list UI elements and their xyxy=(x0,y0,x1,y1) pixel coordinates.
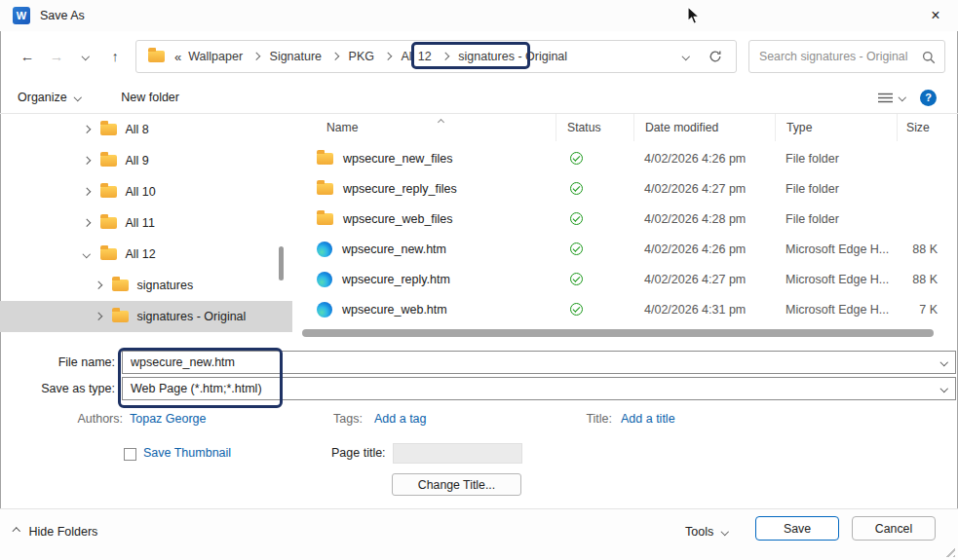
tree-item-label: All 11 xyxy=(126,216,155,230)
chevron-down-icon[interactable] xyxy=(939,358,947,366)
file-row[interactable]: wpsecure_reply.htm 4/02/2026 4:27 pm Mic… xyxy=(292,264,958,294)
tree-item[interactable]: All 11 xyxy=(0,207,292,239)
file-date-cell: 4/02/2026 4:26 pm xyxy=(633,152,775,166)
breadcrumb-separator-icon[interactable] xyxy=(252,53,260,60)
file-type-cell: Microsoft Edge H... xyxy=(775,303,897,317)
cancel-button[interactable]: Cancel xyxy=(852,516,936,541)
chevron-down-icon xyxy=(82,53,90,60)
breadcrumb-segment[interactable]: All 12 xyxy=(398,50,434,63)
add-title-link[interactable]: Add a title xyxy=(621,412,675,426)
up-button[interactable]: ↑ xyxy=(100,42,130,71)
tools-button[interactable]: Tools xyxy=(685,525,728,539)
folder-icon xyxy=(100,217,117,229)
organize-button[interactable]: Organize xyxy=(18,91,80,104)
sidebar-scrollbar-thumb[interactable] xyxy=(279,246,284,280)
file-row[interactable]: wpsecure_new.htm 4/02/2026 4:26 pm Micro… xyxy=(292,234,958,264)
tree-item[interactable]: All 9 xyxy=(0,145,292,176)
expand-chevron-icon[interactable] xyxy=(83,188,91,196)
column-header-type[interactable]: Type xyxy=(775,114,897,141)
file-type-icon xyxy=(317,153,333,165)
main-area: All 8 All 9 All 10 All 11 xyxy=(0,114,958,344)
file-size-cell: 88 K xyxy=(897,273,958,286)
add-tag-link[interactable]: Add a tag xyxy=(374,412,427,426)
close-button[interactable]: × xyxy=(913,0,958,31)
authors-value[interactable]: Topaz George xyxy=(130,412,207,426)
view-mode-button[interactable] xyxy=(878,92,905,104)
column-header-name[interactable]: Name xyxy=(292,114,556,141)
breadcrumb-overflow[interactable]: « xyxy=(174,50,181,64)
word-app-icon: W xyxy=(13,7,30,24)
change-title-button[interactable]: Change Title... xyxy=(392,473,521,496)
expand-chevron-icon[interactable] xyxy=(95,281,102,289)
save-as-type-select[interactable]: Web Page (*.htm;*.html) xyxy=(122,377,956,400)
save-button[interactable]: Save xyxy=(755,516,839,541)
folder-icon xyxy=(148,51,165,62)
file-name-cell: wpsecure_web_files xyxy=(292,212,556,226)
file-name-label: wpsecure_new.htm xyxy=(342,243,446,256)
file-list: Name Status Date modified Type Size wpse… xyxy=(292,114,958,344)
tree-item[interactable]: signatures xyxy=(0,270,292,301)
horizontal-scrollbar[interactable] xyxy=(302,329,934,337)
expand-chevron-icon[interactable] xyxy=(83,219,91,227)
address-dropdown-chevron[interactable] xyxy=(681,53,689,60)
tree-item[interactable]: signatures - Original xyxy=(0,301,292,332)
tree-item-label: All 12 xyxy=(126,247,156,261)
refresh-button[interactable] xyxy=(709,50,722,63)
expand-chevron-icon[interactable] xyxy=(83,126,91,133)
column-header-status[interactable]: Status xyxy=(556,114,633,141)
file-list-header: Name Status Date modified Type Size xyxy=(292,114,958,141)
file-name-cell: wpsecure_new_files xyxy=(292,152,556,166)
back-button[interactable]: ← xyxy=(13,42,42,71)
sync-status-icon xyxy=(570,303,583,316)
breadcrumb-separator-icon[interactable] xyxy=(384,53,392,60)
file-name-label: wpsecure_web.htm xyxy=(342,303,447,317)
folder-icon xyxy=(100,186,117,198)
file-status-cell xyxy=(556,152,633,165)
resize-grip[interactable] xyxy=(942,544,955,557)
file-row[interactable]: wpsecure_reply_files 4/02/2026 4:27 pm F… xyxy=(292,173,958,204)
horizontal-scrollbar-thumb[interactable] xyxy=(302,329,934,337)
file-row[interactable]: wpsecure_web.htm 4/02/2026 4:31 pm Micro… xyxy=(292,294,958,324)
file-type-icon xyxy=(317,302,332,317)
tree-item[interactable]: All 8 xyxy=(0,114,292,145)
file-row[interactable]: wpsecure_new_files 4/02/2026 4:26 pm Fil… xyxy=(292,143,958,173)
expand-chevron-icon[interactable] xyxy=(83,250,91,258)
hide-folders-label: Hide Folders xyxy=(29,525,98,539)
file-row[interactable]: wpsecure_web_files 4/02/2026 4:28 pm Fil… xyxy=(292,204,958,234)
breadcrumb-segment[interactable]: Signature xyxy=(267,50,326,63)
column-name-label: Name xyxy=(326,121,359,134)
sync-status-icon xyxy=(570,182,583,195)
expand-chevron-icon[interactable] xyxy=(95,313,102,320)
new-folder-label: New folder xyxy=(121,91,179,104)
breadcrumb-segment[interactable]: signatures - Original xyxy=(455,50,570,63)
search-input[interactable] xyxy=(749,41,944,72)
tree-item[interactable]: All 12 xyxy=(0,239,292,270)
save-thumbnail-label[interactable]: Save Thumbnail xyxy=(143,446,231,460)
chevron-up-icon xyxy=(13,528,20,536)
file-type-cell: File folder xyxy=(775,212,897,226)
expand-chevron-icon[interactable] xyxy=(83,157,91,165)
page-title-input[interactable] xyxy=(393,443,522,464)
sync-status-icon xyxy=(570,243,583,255)
breadcrumb-separator-icon[interactable] xyxy=(441,53,449,60)
breadcrumb-separator-icon[interactable] xyxy=(331,53,339,60)
breadcrumb-segment[interactable]: Wallpaper xyxy=(185,50,246,63)
help-button[interactable]: ? xyxy=(920,90,937,106)
change-title-label: Change Title... xyxy=(418,478,495,492)
file-name-label: wpsecure_web_files xyxy=(343,212,453,226)
column-header-size[interactable]: Size xyxy=(897,114,958,141)
sync-status-icon xyxy=(570,212,583,225)
tree-item[interactable]: All 10 xyxy=(0,176,292,207)
address-bar[interactable]: « Wallpaper Signature PKG All 12 signatu… xyxy=(135,40,737,73)
column-header-date-modified[interactable]: Date modified xyxy=(633,114,775,141)
breadcrumb-segment[interactable]: PKG xyxy=(346,50,377,63)
file-name-cell: wpsecure_reply.htm xyxy=(292,272,556,287)
recent-locations-chevron[interactable] xyxy=(71,42,100,71)
forward-button[interactable]: → xyxy=(42,42,71,71)
save-thumbnail-checkbox[interactable] xyxy=(124,448,136,461)
file-name-input[interactable] xyxy=(123,355,941,369)
hide-folders-button[interactable]: Hide Folders xyxy=(14,525,97,539)
file-status-cell xyxy=(556,273,633,285)
new-folder-button[interactable]: New folder xyxy=(121,91,179,104)
search-icon[interactable] xyxy=(922,51,936,64)
